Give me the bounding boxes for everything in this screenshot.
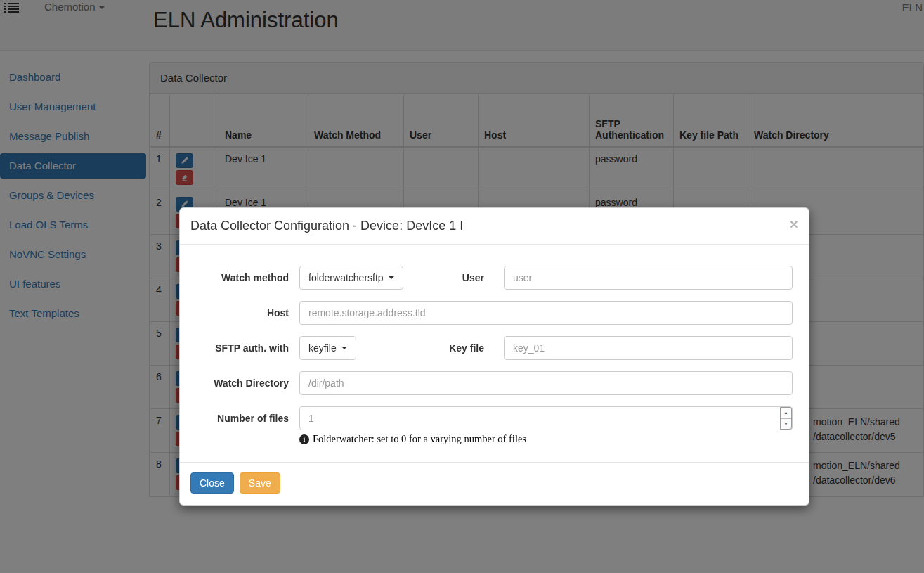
key-file-input[interactable] — [504, 336, 793, 360]
modal-actions: Close Save — [190, 463, 793, 494]
row-number-of-files: Number of files ▲▼ — [190, 406, 793, 430]
data-collector-config-modal: Data Collector Configuration - Device: D… — [179, 207, 809, 506]
number-of-files-label: Number of files — [190, 413, 289, 424]
row-watch-directory: Watch Directory — [190, 371, 793, 395]
watch-method-dropdown[interactable]: folderwatchersftp — [299, 266, 403, 290]
user-label: User — [403, 272, 484, 283]
close-button[interactable]: Close — [190, 472, 234, 494]
row-host: Host — [190, 301, 793, 325]
row-watch-method-user: Watch method folderwatchersftp User — [190, 266, 793, 290]
number-spinner[interactable]: ▲▼ — [780, 407, 792, 430]
folderwatcher-help: i Folderwatcher: set to 0 for a varying … — [299, 433, 793, 445]
watch-directory-input[interactable] — [299, 371, 793, 395]
modal-body: Watch method folderwatchersftp User Host… — [180, 245, 809, 505]
key-file-label: Key file — [356, 342, 484, 354]
number-of-files-field: ▲▼ — [299, 406, 793, 430]
modal-title: Data Collector Configuration - Device: D… — [190, 219, 798, 233]
watch-method-label: Watch method — [190, 272, 289, 283]
sftp-auth-dropdown[interactable]: keyfile — [299, 336, 356, 360]
host-label: Host — [190, 307, 289, 318]
sftp-auth-label: SFTP auth. with — [190, 342, 289, 354]
number-of-files-input[interactable] — [299, 406, 793, 430]
chevron-down-icon — [341, 347, 347, 349]
user-input[interactable] — [504, 266, 793, 290]
host-input[interactable] — [299, 301, 793, 325]
watch-directory-label: Watch Directory — [190, 378, 289, 389]
close-icon[interactable]: × — [790, 217, 798, 231]
save-button[interactable]: Save — [240, 472, 280, 494]
help-text: Folderwatcher: set to 0 for a varying nu… — [313, 433, 526, 445]
row-sftp-keyfile: SFTP auth. with keyfile Key file — [190, 336, 793, 360]
watch-method-value: folderwatchersftp — [308, 272, 384, 283]
info-icon: i — [299, 434, 309, 444]
modal-header: Data Collector Configuration - Device: D… — [180, 208, 809, 245]
chevron-down-icon — [389, 276, 394, 279]
sftp-auth-value: keyfile — [308, 342, 337, 354]
